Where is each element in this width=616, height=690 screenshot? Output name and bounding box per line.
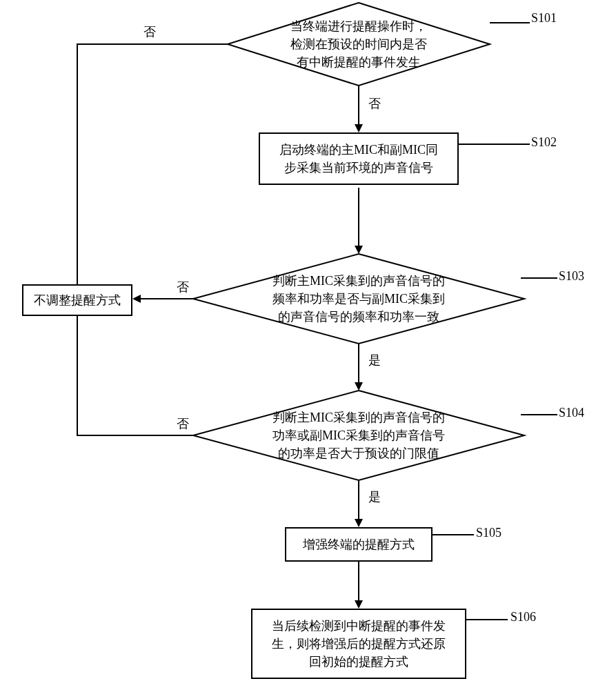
arrow-s104-left	[77, 435, 196, 436]
label-connector-s104	[521, 414, 557, 415]
process-s102: 启动终端的主MIC和副MIC同 步采集当前环境的声音信号	[259, 132, 459, 185]
arrowhead-s103-noadjust	[132, 295, 141, 303]
arrowhead-s101-s102	[355, 124, 363, 132]
decision-s104-text: 判断主MIC采集到的声音信号的 功率或副MIC采集到的声音信号 的功率是否大于预…	[218, 408, 499, 462]
arrow-s105-s106	[358, 562, 359, 600]
process-s106-text: 当后续检测到中断提醒的事件发 生，则将增强后的提醒方式还原 回初始的提醒方式	[272, 619, 446, 669]
arrowhead-s104-s105	[355, 519, 363, 527]
step-label-s104: S104	[559, 406, 584, 420]
terminal-no-adjust-text: 不调整提醒方式	[34, 293, 121, 307]
arrow-s102-s103	[358, 188, 359, 246]
decision-s103-text: 判断主MIC采集到的声音信号的 频率和功率是否与副MIC采集到 的声音信号的频率…	[218, 272, 499, 326]
step-label-s105: S105	[476, 526, 501, 540]
process-s105: 增强终端的提醒方式	[285, 527, 433, 562]
label-connector-s103	[521, 277, 557, 279]
arrowhead-s103-s104	[355, 382, 363, 391]
process-s105-text: 增强终端的提醒方式	[303, 538, 415, 551]
left-collector-bar	[77, 43, 78, 284]
edge-label-no-top: 否	[143, 23, 156, 40]
terminal-no-adjust: 不调整提醒方式	[22, 284, 132, 316]
arrow-s103-noadjust	[141, 298, 196, 299]
decision-s104: 判断主MIC采集到的声音信号的 功率或副MIC采集到的声音信号 的功率是否大于预…	[193, 391, 524, 480]
arrow-s104-s105	[358, 480, 359, 519]
edge-label-no-2: 否	[177, 279, 189, 295]
edge-label-yes-1: 是	[368, 352, 381, 368]
edge-label-no-3: 否	[177, 415, 189, 432]
step-label-s101: S101	[531, 11, 557, 26]
arrow-s101-left	[78, 43, 228, 45]
arrowhead-s105-s106	[355, 600, 363, 609]
label-connector-s102	[459, 144, 530, 145]
process-s102-text: 启动终端的主MIC和副MIC同 步采集当前环境的声音信号	[279, 143, 438, 175]
arrow-s103-s104	[358, 344, 359, 382]
step-label-s106: S106	[510, 610, 536, 624]
left-collector-bar-lower	[77, 315, 78, 436]
decision-s101: 当终端进行提醒操作时， 检测在预设的时间内是否 有中断提醒的事件发生	[228, 3, 490, 86]
process-s106: 当后续检测到中断提醒的事件发 生，则将增强后的提醒方式还原 回初始的提醒方式	[251, 609, 466, 679]
label-connector-s106	[466, 619, 508, 620]
decision-s101-text: 当终端进行提醒操作时， 检测在预设的时间内是否 有中断提醒的事件发生	[248, 17, 470, 71]
arrow-s101-s102	[358, 86, 359, 124]
label-connector-s101	[490, 22, 530, 23]
edge-label-yes-2: 是	[368, 489, 381, 505]
edge-label-no-1: 否	[368, 95, 381, 112]
step-label-s103: S103	[559, 269, 584, 284]
label-connector-s105	[433, 534, 474, 535]
step-label-s102: S102	[531, 135, 557, 150]
arrowhead-s102-s103	[355, 246, 363, 254]
decision-s103: 判断主MIC采集到的声音信号的 频率和功率是否与副MIC采集到 的声音信号的频率…	[193, 254, 524, 344]
